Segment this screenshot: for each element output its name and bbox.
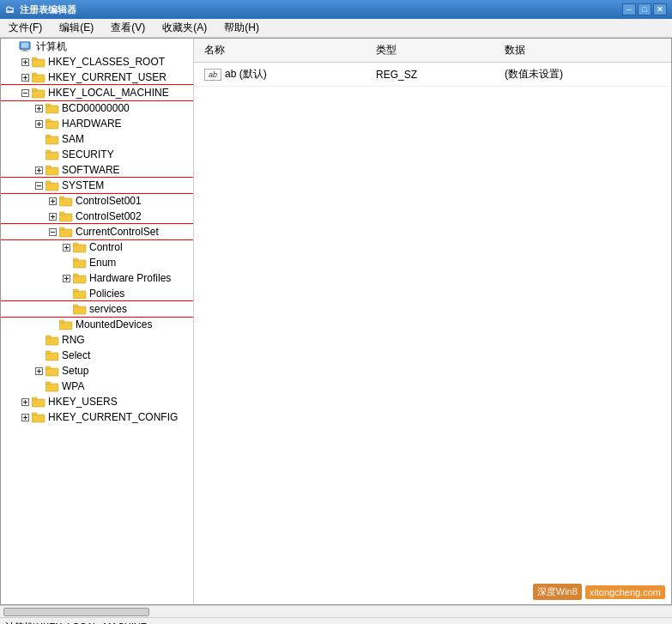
expand-icon-controlset002[interactable] <box>45 209 59 223</box>
svg-rect-81 <box>45 367 51 369</box>
menu-help[interactable]: 帮助(H) <box>219 19 264 37</box>
tree-label-hkey_current_user: HKEY_CURRENT_USER <box>48 71 166 83</box>
tree-item-computer[interactable]: 计算机 <box>1 39 193 54</box>
folder-icon-bcd <box>45 102 59 114</box>
expand-icon-controlset001[interactable] <box>45 194 59 208</box>
close-button[interactable]: ✕ <box>653 3 667 15</box>
svg-rect-71 <box>59 322 72 330</box>
horizontal-scrollbar[interactable] <box>3 608 149 616</box>
tree-item-software[interactable]: SOFTWARE <box>1 162 193 178</box>
tree-label-software: SOFTWARE <box>62 164 120 176</box>
tree-label-computer: 计算机 <box>36 39 67 54</box>
tree-item-mounteddevices[interactable]: MountedDevices <box>1 317 193 332</box>
tree-item-security[interactable]: SECURITY <box>1 147 193 162</box>
expand-icon-hkey_current_config[interactable] <box>18 410 32 424</box>
value-type: REG_SZ <box>372 66 501 83</box>
svg-rect-88 <box>32 397 37 400</box>
expand-icon-wpa[interactable] <box>32 379 45 393</box>
tree-item-currentcontrolset[interactable]: CurrentControlSet <box>1 224 193 239</box>
tree-item-hkey_local_machine[interactable]: HKEY_LOCAL_MACHINE <box>1 85 193 100</box>
folder-icon-control <box>73 241 87 253</box>
tree-label-controlset001: ControlSet001 <box>76 195 142 207</box>
expand-icon-software[interactable] <box>32 163 45 177</box>
tree-item-setup[interactable]: Setup <box>1 363 193 379</box>
expand-icon-security[interactable] <box>32 148 45 161</box>
tree-item-hkey_current_config[interactable]: HKEY_CURRENT_CONFIG <box>1 409 193 425</box>
tree-label-hardware: HARDWARE <box>62 118 122 130</box>
tree-item-controlset002[interactable]: ControlSet002 <box>1 209 193 224</box>
expand-icon-mounteddevices[interactable] <box>45 318 59 331</box>
expand-icon-rng[interactable] <box>32 333 45 347</box>
svg-rect-2 <box>22 50 27 51</box>
folder-icon-hkey_current_config <box>32 411 45 423</box>
expand-icon-policies[interactable] <box>59 287 73 300</box>
svg-rect-68 <box>73 289 78 292</box>
col-header-type: 类型 <box>372 40 501 60</box>
folder-icon-hkey_local_machine <box>32 87 45 99</box>
tree-item-bcd[interactable]: BCD00000000 <box>1 100 193 116</box>
tree-label-system: SYSTEM <box>62 179 104 191</box>
svg-rect-8 <box>32 58 37 60</box>
expand-icon-hkey_current_user[interactable] <box>18 70 32 84</box>
expand-icon-control[interactable] <box>59 240 73 254</box>
tree-item-enum[interactable]: Enum <box>1 255 193 270</box>
svg-rect-30 <box>45 152 58 160</box>
svg-rect-93 <box>32 413 37 415</box>
svg-rect-3 <box>21 51 29 51</box>
expand-icon-sam[interactable] <box>32 132 45 146</box>
tree-item-wpa[interactable]: WPA <box>1 379 193 394</box>
tree-item-rng[interactable]: RNG <box>1 332 193 348</box>
tree-label-hkey_local_machine: HKEY_LOCAL_MACHINE <box>48 87 169 99</box>
expand-icon-services[interactable] <box>59 302 73 316</box>
svg-rect-44 <box>59 198 72 206</box>
expand-icon-hardware_profiles[interactable] <box>59 271 73 285</box>
folder-icon-wpa <box>45 380 59 392</box>
expand-icon-system[interactable] <box>32 179 45 192</box>
tree-item-hkey_classes_root[interactable]: HKEY_CLASSES_ROOT <box>1 54 193 70</box>
tree-item-services[interactable]: services <box>1 301 193 317</box>
menu-edit[interactable]: 编辑(E) <box>54 19 99 37</box>
tree-item-hkey_current_user[interactable]: HKEY_CURRENT_USER <box>1 70 193 85</box>
expand-icon-computer[interactable] <box>4 39 18 53</box>
tree-item-hardware[interactable]: HARDWARE <box>1 116 193 131</box>
tree-item-controlset001[interactable]: ControlSet001 <box>1 193 193 209</box>
tree-label-bcd: BCD00000000 <box>62 102 130 114</box>
tree-item-select[interactable]: Select <box>1 348 193 363</box>
tree-item-hkey_users[interactable]: HKEY_USERS <box>1 394 193 409</box>
expand-icon-currentcontrolset[interactable] <box>45 225 59 239</box>
expand-icon-hkey_classes_root[interactable] <box>18 55 32 69</box>
tree-label-wpa: WPA <box>62 380 84 392</box>
registry-value-row[interactable]: ab ab (默认) REG_SZ (数值未设置) <box>194 63 671 87</box>
expand-icon-select[interactable] <box>32 348 45 362</box>
folder-icon-software <box>45 164 59 176</box>
expand-icon-enum[interactable] <box>59 256 73 270</box>
tree-item-system[interactable]: SYSTEM <box>1 178 193 193</box>
tree-item-control[interactable]: Control <box>1 239 193 255</box>
maximize-button[interactable]: □ <box>638 3 651 15</box>
svg-rect-67 <box>73 291 86 299</box>
minimize-button[interactable]: ─ <box>622 3 636 15</box>
menu-file[interactable]: 文件(F) <box>3 19 47 37</box>
tree-item-policies[interactable]: Policies <box>1 286 193 301</box>
watermark-2: xitongcheng.com <box>585 585 665 599</box>
svg-rect-16 <box>32 90 45 98</box>
svg-rect-59 <box>73 243 78 245</box>
expand-icon-hkey_users[interactable] <box>18 395 32 409</box>
folder-icon-enum <box>73 257 87 269</box>
menu-favorites[interactable]: 收藏夹(A) <box>157 19 212 37</box>
svg-rect-13 <box>32 73 37 76</box>
window-title: 注册表编辑器 <box>20 3 76 16</box>
expand-icon-setup[interactable] <box>32 364 45 378</box>
folder-icon-hkey_current_user <box>32 71 45 83</box>
svg-rect-49 <box>59 214 72 221</box>
expand-icon-bcd[interactable] <box>32 101 45 115</box>
svg-rect-53 <box>59 229 72 237</box>
tree-item-sam[interactable]: SAM <box>1 131 193 147</box>
folder-icon-hardware_profiles <box>73 272 87 284</box>
folder-icon-controlset002 <box>59 210 73 222</box>
expand-icon-hardware[interactable] <box>32 117 45 130</box>
tree-item-hardware_profiles[interactable]: Hardware Profiles <box>1 270 193 286</box>
expand-icon-hkey_local_machine[interactable] <box>18 86 32 100</box>
menu-view[interactable]: 查看(V) <box>106 19 150 37</box>
svg-rect-17 <box>32 88 37 91</box>
